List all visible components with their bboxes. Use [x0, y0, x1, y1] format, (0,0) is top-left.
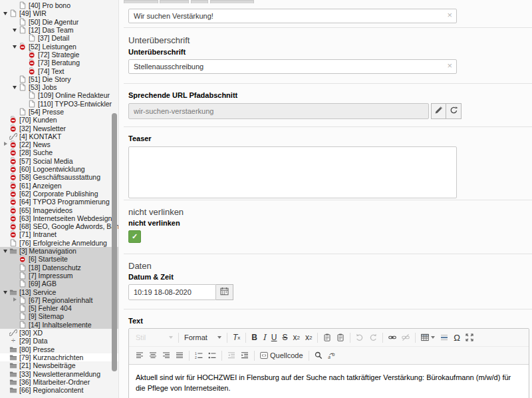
tree-item[interactable]: [49] WIR — [0, 9, 118, 17]
tree-item[interactable]: [67] Regionalerinhalt — [0, 296, 118, 304]
rich-text-editor: StilFormatTxBIUSx2x2Ω 12Quellcodeab Aktu… — [128, 328, 529, 398]
tree-item[interactable]: [69] AGB — [0, 280, 118, 288]
paste-text-button[interactable] — [321, 333, 333, 342]
tree-item[interactable]: [65] Imagevideos — [0, 206, 118, 214]
tree-item[interactable]: [14] Inhaltselemente — [0, 321, 118, 329]
align-center-button[interactable] — [147, 351, 159, 360]
undo-button[interactable] — [354, 333, 366, 342]
strike-button[interactable]: S — [280, 332, 289, 343]
tree-item[interactable]: [64] TYPO3 Programmierung — [0, 198, 118, 206]
teaser-textarea[interactable] — [128, 146, 457, 198]
underline-button[interactable]: U — [269, 332, 279, 343]
tree-item[interactable]: [52] Leistungen — [0, 42, 118, 50]
justify-button[interactable] — [174, 351, 186, 360]
table-button[interactable] — [419, 333, 437, 342]
page-tree[interactable]: [40] Pro bono[49] WIR[50] Die Agentur[12… — [0, 1, 118, 394]
unlink-button[interactable] — [400, 333, 412, 342]
tree-item[interactable]: [21] Newsbeiträge — [0, 361, 118, 369]
no-link-checkbox-checked[interactable]: ✓ — [128, 230, 141, 243]
tree-item[interactable]: [22] News — [0, 140, 118, 148]
replace-button[interactable]: ab — [326, 351, 338, 360]
tree-item[interactable]: [13] Service — [0, 288, 118, 296]
page-icon — [19, 321, 27, 329]
slug-edit-button[interactable] — [431, 103, 446, 119]
italic-button[interactable]: I — [261, 332, 268, 343]
tree-item[interactable]: [51] Die Story — [0, 75, 118, 83]
align-left-button[interactable] — [134, 351, 146, 360]
tree-item[interactable]: [32] Newsletter — [0, 124, 118, 132]
tree-item[interactable]: [57] Social Media — [0, 157, 118, 165]
teaser-section: Teaser — [124, 127, 532, 200]
tree-item[interactable]: ÷[29] Data — [0, 337, 118, 345]
redo-button[interactable] — [367, 333, 379, 342]
tree-item[interactable]: [80] Presse — [0, 345, 118, 353]
tree-item[interactable]: [40] Pro bono — [0, 1, 118, 9]
tree-item[interactable]: [73] Beratung — [0, 59, 118, 67]
datepicker-button[interactable] — [216, 284, 233, 300]
tree-item-label: [74] Text — [38, 67, 65, 75]
slug-input[interactable] — [128, 103, 429, 119]
tree-item[interactable]: [18] Datenschutz — [0, 264, 118, 272]
tree-item[interactable]: [9] Sitemap — [0, 312, 118, 320]
tree-item[interactable]: [60] Logoentwicklung — [0, 165, 118, 173]
bold-button[interactable]: B — [249, 332, 259, 343]
tree-item[interactable]: [33] Newsletteranmeldung — [0, 369, 118, 377]
tree-item[interactable]: [37] Detail — [0, 34, 118, 42]
subscript-button[interactable]: x2 — [291, 332, 301, 343]
tree-item[interactable]: [12] Das Team — [0, 26, 118, 34]
tree-item[interactable]: [72] Strategie — [0, 51, 118, 59]
tree-item[interactable]: [36] Mitarbeiter-Ordner — [0, 378, 118, 386]
tree-item[interactable]: [63] Internetseiten Webdesign — [0, 214, 118, 222]
unordered-list-button[interactable] — [206, 351, 218, 360]
align-right-button[interactable] — [160, 351, 172, 360]
tree-item[interactable]: [68] SEO, Google Adwords, Bannerwerbung — [0, 222, 118, 230]
tree-item[interactable]: [5] Fehler 404 — [0, 304, 118, 312]
link-button[interactable] — [386, 333, 398, 342]
tree-item[interactable]: [110] TYPO3-Entwickler — [0, 100, 118, 108]
tree-item[interactable]: [53] Jobs — [0, 83, 118, 91]
tree-item[interactable]: [79] Kurznachrichten — [0, 353, 118, 361]
tree-item[interactable]: [3] Metanavigation — [0, 247, 118, 255]
tree-item[interactable]: [62] Corporate Publishing — [0, 190, 118, 198]
tree-item[interactable]: [109] Online Redakteur — [0, 91, 118, 99]
outdent-button[interactable] — [225, 351, 237, 360]
tree-item[interactable]: [76] Erfolgreiche Anmeldung — [0, 239, 118, 247]
tree-item[interactable]: [61] Anzeigen — [0, 182, 118, 190]
tree-item[interactable]: [6] Startseite — [0, 255, 118, 263]
datetime-input[interactable] — [128, 284, 216, 300]
special-char-button[interactable]: Ω — [452, 332, 462, 343]
indent-button[interactable] — [239, 351, 251, 360]
slug-recalculate-button[interactable] — [446, 103, 462, 119]
tree-item[interactable]: [7] Impressum — [0, 272, 118, 280]
tree-item[interactable]: [71] Intranet — [0, 230, 118, 238]
ordered-list-button[interactable]: 12 — [193, 351, 205, 360]
page-icon — [9, 9, 17, 17]
source-button[interactable]: Quellcode — [258, 351, 305, 360]
tree-item[interactable]: [50] Die Agentur — [0, 18, 118, 26]
tree-item-label: [50] Die Agentur — [29, 18, 78, 26]
tree-scrollbar-thumb[interactable] — [112, 113, 117, 371]
tree-item[interactable]: [30] XD — [0, 329, 118, 337]
record-edit-panel: × Unterüberschrift Unterüberschrift × Sp… — [118, 0, 532, 398]
tree-item[interactable]: [66] Regionalcontent — [0, 386, 118, 394]
clear-icon[interactable]: × — [447, 11, 452, 20]
superscript-button[interactable]: x2 — [303, 332, 314, 343]
tree-item[interactable]: [58] Geschäftsausstattung — [0, 173, 118, 181]
tree-item[interactable]: [4] KONTAKT — [0, 132, 118, 140]
subheader-input[interactable] — [128, 59, 457, 74]
rte-content-area[interactable]: Aktuell sind wir für HOCHZWEI in Flensbu… — [129, 365, 529, 398]
tree-item[interactable]: [28] Suche — [0, 148, 118, 156]
headline-input[interactable] — [128, 9, 457, 23]
find-button[interactable] — [313, 351, 325, 360]
format-combo[interactable]: Format — [182, 333, 223, 342]
tree-item[interactable]: [74] Text — [0, 67, 118, 75]
tree-item[interactable]: [70] Kunden — [0, 116, 118, 124]
field-label: Datum & Zeit — [128, 273, 532, 281]
tree-item[interactable]: [54] Presse — [0, 108, 118, 116]
paste-word-button[interactable] — [334, 333, 346, 342]
horizontal-line-button[interactable] — [438, 333, 450, 342]
maximize-button[interactable] — [464, 333, 475, 342]
clear-icon[interactable]: × — [447, 61, 452, 71]
style-combo[interactable]: Stil — [134, 333, 175, 342]
remove-format-button[interactable]: Tx — [231, 332, 242, 343]
